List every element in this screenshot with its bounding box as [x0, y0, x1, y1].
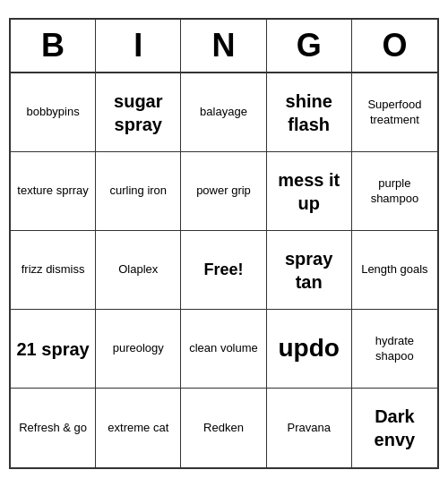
bingo-cell: pureology — [96, 310, 181, 389]
bingo-cell: Pravana — [267, 389, 352, 467]
bingo-cell: Free! — [181, 231, 266, 310]
bingo-cell: Olaplex — [96, 231, 181, 310]
bingo-header: BINGO — [11, 20, 437, 73]
bingo-cell: Refresh & go — [11, 389, 96, 467]
bingo-cell: shine flash — [267, 73, 352, 152]
bingo-card: BINGO bobbypinssugar spraybalayageshine … — [9, 18, 439, 469]
bingo-cell: spray tan — [267, 231, 352, 310]
bingo-cell: Dark envy — [352, 389, 437, 467]
bingo-cell: Length goals — [352, 231, 437, 310]
header-letter: G — [267, 20, 352, 72]
header-letter: N — [181, 20, 266, 72]
bingo-cell: Redken — [181, 389, 266, 467]
bingo-cell: mess it up — [267, 152, 352, 231]
header-letter: O — [352, 20, 437, 72]
bingo-cell: power grip — [181, 152, 266, 231]
bingo-cell: purple shampoo — [352, 152, 437, 231]
bingo-cell: curling iron — [96, 152, 181, 231]
bingo-cell: clean volume — [181, 310, 266, 389]
bingo-grid: bobbypinssugar spraybalayageshine flashS… — [11, 73, 437, 467]
header-letter: B — [11, 20, 96, 72]
header-letter: I — [96, 20, 181, 72]
bingo-cell: Superfood treatment — [352, 73, 437, 152]
bingo-cell: texture sprray — [11, 152, 96, 231]
bingo-cell: sugar spray — [96, 73, 181, 152]
bingo-cell: extreme cat — [96, 389, 181, 467]
bingo-cell: frizz dismiss — [11, 231, 96, 310]
bingo-cell: 21 spray — [11, 310, 96, 389]
bingo-cell: updo — [267, 310, 352, 389]
bingo-cell: hydrate shapoo — [352, 310, 437, 389]
bingo-cell: bobbypins — [11, 73, 96, 152]
bingo-cell: balayage — [181, 73, 266, 152]
